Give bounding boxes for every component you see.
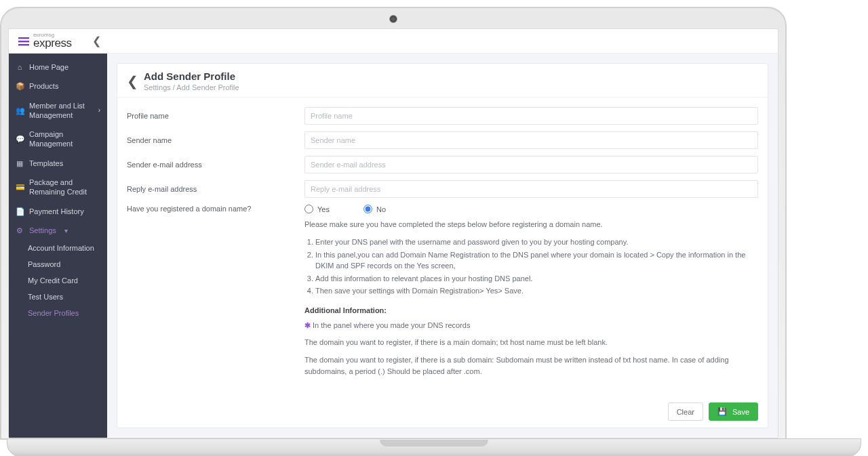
campaign-icon: 💬 (16, 134, 24, 144)
reply-email-label: Reply e-mail address (127, 185, 304, 193)
brand-name: express (33, 37, 72, 49)
info-para-1: The domain you want to register, if ther… (304, 337, 758, 348)
profile-name-label: Profile name (127, 112, 304, 120)
info-step-2: In this panel,you can add Domain Name Re… (315, 249, 758, 272)
svg-rect-2 (18, 44, 29, 45)
clear-button[interactable]: Clear (668, 402, 703, 421)
form-footer: Clear 💾 Save (117, 396, 768, 428)
info-step-4: Then save your settings with Domain Regi… (315, 285, 758, 297)
chevron-right-icon: › (98, 106, 100, 115)
brand-logo[interactable]: euromsg express (18, 33, 72, 50)
crumb-current: Add Sender Profile (176, 83, 239, 91)
radio-no-label: No (376, 205, 386, 213)
members-icon: 👥 (16, 106, 24, 115)
sidebar-item-home[interactable]: ⌂ Home Page (9, 58, 107, 77)
sender-name-input[interactable] (304, 131, 758, 149)
radio-yes[interactable]: Yes (304, 205, 330, 213)
sidebar-sub-creditcard[interactable]: My Credit Card (9, 272, 107, 289)
save-icon: 💾 (717, 407, 727, 416)
info-step-1: Enter your DNS panel with the username a… (315, 236, 758, 248)
sidebar-item-settings[interactable]: ⚙ Settings ▾ (9, 221, 107, 240)
sender-name-label: Sender name (127, 136, 304, 144)
sidebar-label: Products (29, 81, 58, 91)
sidebar-item-campaign[interactable]: 💬 Campaign Management (9, 125, 107, 154)
form-body: Profile name Sender name Sender e-mail a… (117, 98, 768, 396)
content-area: ❮ Add Sender Profile Settings / Add Send… (107, 54, 778, 438)
products-icon: 📦 (16, 81, 24, 91)
info-block: Please make sure you have completed the … (304, 220, 758, 377)
laptop-base (7, 438, 861, 456)
additional-info-title: Additional Information: (304, 306, 758, 314)
sidebar-label: Settings (29, 226, 56, 235)
chevron-down-icon: ▾ (64, 226, 68, 235)
home-icon: ⌂ (16, 62, 24, 72)
sidebar-item-payment[interactable]: 📄 Payment History (9, 202, 107, 221)
package-icon: 💳 (16, 182, 24, 192)
sidebar-item-members[interactable]: 👥 Member and List Management › (9, 96, 107, 125)
templates-icon: ▦ (16, 159, 24, 168)
page-title: Add Sender Profile (144, 70, 239, 82)
sidebar-item-templates[interactable]: ▦ Templates (9, 154, 107, 173)
profile-name-input[interactable] (304, 107, 758, 125)
sidebar-sub-senderprofiles[interactable]: Sender Profiles (9, 305, 107, 321)
payment-icon: 📄 (16, 207, 24, 216)
sidebar-label: Campaign Management (29, 129, 100, 149)
card-header: ❮ Add Sender Profile Settings / Add Send… (117, 64, 768, 98)
sidebar-sub-account[interactable]: Account Information (9, 240, 107, 256)
laptop-frame: euromsg express ❮ ⌂ Home Page 📦 Products… (0, 7, 787, 440)
app-screen: euromsg express ❮ ⌂ Home Page 📦 Products… (8, 28, 778, 438)
radio-no-input[interactable] (363, 205, 372, 213)
breadcrumb: Settings / Add Sender Profile (144, 83, 239, 91)
radio-no[interactable]: No (363, 205, 386, 213)
sidebar-label: Member and List Management (29, 101, 93, 121)
gear-icon: ⚙ (16, 226, 24, 235)
sidebar-label: Package and Remaining Credit (29, 178, 100, 197)
sidebar-label: Home Page (29, 62, 68, 72)
sidebar-sub-testusers[interactable]: Test Users (9, 289, 107, 305)
crumb-settings[interactable]: Settings (144, 83, 171, 91)
svg-rect-0 (18, 37, 29, 39)
card-back-button[interactable]: ❮ (127, 73, 138, 89)
sender-email-label: Sender e-mail address (127, 161, 304, 169)
topbar-back-button[interactable]: ❮ (92, 35, 101, 47)
info-para-2: The domain you want to register, if ther… (304, 354, 758, 377)
domain-question-label: Have you registered a domain name? (127, 205, 304, 213)
info-lead: Please make sure you have completed the … (304, 220, 758, 228)
camera (389, 15, 397, 23)
sidebar-label: Payment History (29, 207, 84, 216)
sidebar-sub-password[interactable]: Password (9, 256, 107, 272)
reply-email-input[interactable] (304, 180, 758, 198)
topbar: euromsg express ❮ (9, 29, 778, 54)
sidebar: ⌂ Home Page 📦 Products 👥 Member and List… (9, 54, 107, 438)
form-card: ❮ Add Sender Profile Settings / Add Send… (117, 63, 768, 428)
radio-yes-label: Yes (317, 205, 330, 213)
svg-rect-1 (18, 41, 29, 42)
save-label: Save (732, 408, 749, 416)
save-button[interactable]: 💾 Save (709, 402, 758, 421)
star-line-text: In the panel where you made your DNS rec… (313, 321, 470, 329)
sidebar-item-package[interactable]: 💳 Package and Remaining Credit (9, 173, 107, 202)
radio-yes-input[interactable] (304, 205, 313, 213)
logo-mark-icon (18, 36, 29, 47)
info-step-3: Add this information to relevant places … (315, 273, 758, 285)
sidebar-item-products[interactable]: 📦 Products (9, 77, 107, 96)
sidebar-label: Templates (29, 159, 63, 168)
sender-email-input[interactable] (304, 156, 758, 173)
asterisk-icon: ✱ (304, 321, 311, 329)
